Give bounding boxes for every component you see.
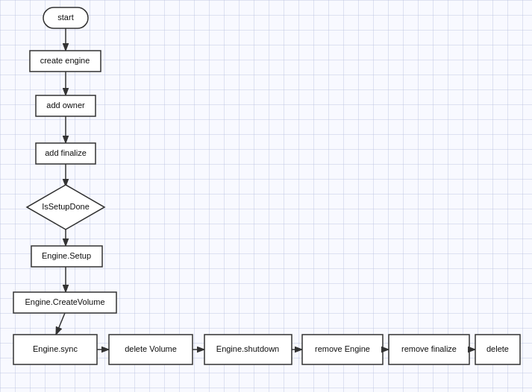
engine-setup-label: Engine.Setup bbox=[42, 251, 91, 260]
remove-finalize-label: remove finalize bbox=[401, 344, 457, 353]
remove-engine-label: remove Engine bbox=[315, 344, 370, 353]
delete-label: delete bbox=[486, 344, 509, 353]
engine-shutdown-label: Engine.shutdown bbox=[216, 344, 279, 353]
engine-createvolume-label: Engine.CreateVolume bbox=[25, 297, 104, 306]
diagram-canvas: start create engine add owner add finali… bbox=[0, 0, 532, 392]
engine-sync-label: Engine.sync bbox=[33, 344, 78, 353]
create-engine-label: create engine bbox=[40, 56, 90, 65]
start-label: start bbox=[57, 13, 73, 22]
is-setup-done-label: IsSetupDone bbox=[42, 202, 90, 211]
flowchart-svg: start create engine add owner add finali… bbox=[0, 0, 532, 392]
delete-volume-label: delete Volume bbox=[125, 344, 177, 353]
add-finalize-label: add finalize bbox=[45, 148, 87, 157]
arrow-createvolume-sync bbox=[56, 313, 65, 335]
add-owner-label: add owner bbox=[46, 101, 85, 110]
